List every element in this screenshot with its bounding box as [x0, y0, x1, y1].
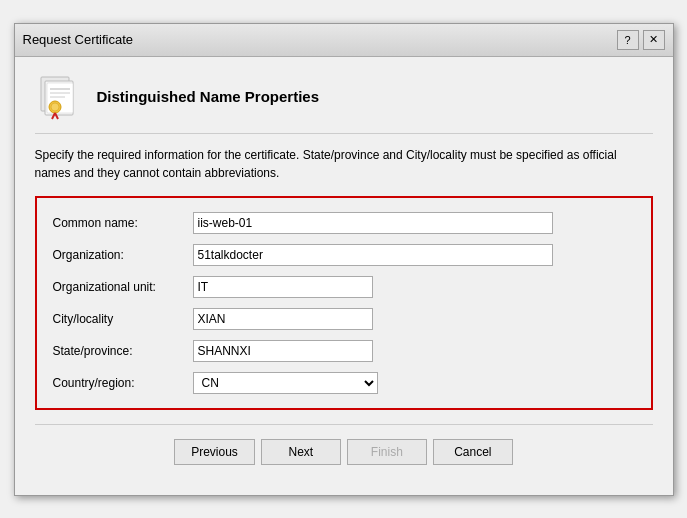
form-section: Common name: Organization: Organizationa… [35, 196, 653, 410]
cert-icon [35, 73, 83, 121]
input-common-name[interactable] [193, 212, 553, 234]
label-country: Country/region: [53, 376, 193, 390]
form-row-common-name: Common name: [53, 212, 635, 234]
label-org-unit: Organizational unit: [53, 280, 193, 294]
label-state: State/province: [53, 344, 193, 358]
header-section: Distinguished Name Properties [35, 73, 653, 134]
footer-separator [35, 424, 653, 425]
label-city: City/locality [53, 312, 193, 326]
form-row-state: State/province: [53, 340, 635, 362]
dialog-window: Request Certificate ? ✕ [14, 23, 674, 496]
label-common-name: Common name: [53, 216, 193, 230]
input-organization[interactable] [193, 244, 553, 266]
close-button[interactable]: ✕ [643, 30, 665, 50]
input-org-unit[interactable] [193, 276, 373, 298]
input-state[interactable] [193, 340, 373, 362]
dialog-title: Request Certificate [23, 32, 134, 47]
svg-point-7 [51, 103, 59, 111]
header-title: Distinguished Name Properties [97, 88, 320, 105]
form-row-city: City/locality [53, 308, 635, 330]
help-button[interactable]: ? [617, 30, 639, 50]
previous-button[interactable]: Previous [174, 439, 255, 465]
title-bar: Request Certificate ? ✕ [15, 24, 673, 57]
label-organization: Organization: [53, 248, 193, 262]
title-bar-buttons: ? ✕ [617, 30, 665, 50]
select-country[interactable]: CN US GB DE FR JP [193, 372, 378, 394]
dialog-body: Distinguished Name Properties Specify th… [15, 57, 673, 495]
button-row: Previous Next Finish Cancel [35, 439, 653, 479]
description-text: Specify the required information for the… [35, 146, 653, 182]
input-city[interactable] [193, 308, 373, 330]
form-row-country: Country/region: CN US GB DE FR JP [53, 372, 635, 394]
finish-button[interactable]: Finish [347, 439, 427, 465]
next-button[interactable]: Next [261, 439, 341, 465]
cancel-button[interactable]: Cancel [433, 439, 513, 465]
form-row-org-unit: Organizational unit: [53, 276, 635, 298]
form-row-organization: Organization: [53, 244, 635, 266]
